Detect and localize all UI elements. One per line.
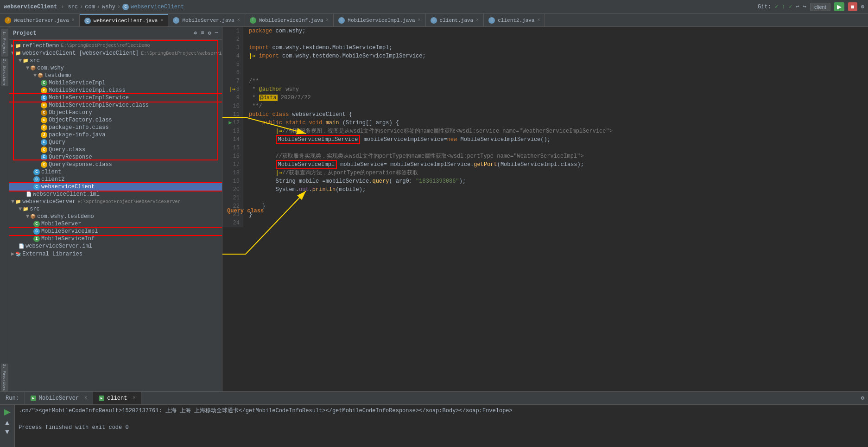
tree-item-packageinfo-java[interactable]: J package-info.java [9, 131, 222, 139]
code-line-19: String mobile =mobileService.query( arg0… [249, 177, 868, 185]
tree-item-webserviceclient-project[interactable]: ▼ 📁 webserviceClient [webserviceClient] … [9, 50, 222, 57]
tree-item-src2[interactable]: ▼ 📁 src [9, 205, 222, 213]
tab-icon-client: C [431, 17, 437, 24]
sidebar-header-icons: ⊕ ≡ ⚙ — [194, 30, 218, 37]
editor: 1 2 3 4 5 6 7 |⇒8 9 10 11 ▶12 13 14 15 1… [222, 27, 868, 391]
tree-item-reflectdemo[interactable]: ▶ 📁 reflectDemo E:\SpringBootProject\ref… [9, 42, 222, 50]
code-line-6 [249, 69, 868, 77]
tree-item-mobileserviceinf-wss[interactable]: I MobileServiceInf [9, 235, 222, 243]
file-icon-objectfactory: C [41, 109, 47, 116]
file-icon-mobileserviceimpl-class: c [41, 87, 47, 94]
tree-item-mobileserver-wss[interactable]: C MobileServer [9, 220, 222, 228]
sync-icon[interactable]: ⊕ [194, 30, 197, 37]
tab-client2[interactable]: C client2.java × [484, 14, 545, 26]
tree-item-client2[interactable]: C client2 [9, 176, 222, 183]
vtab-favorites[interactable]: 2: Favorites [1, 364, 8, 391]
tree-label-query-class: Query.class [49, 147, 85, 153]
app-title: webserviceClient [4, 4, 57, 10]
tree-label-client: client [41, 169, 61, 175]
tree-item-mobileserviceimpl-wsc[interactable]: C MobileServiceImpl [9, 79, 222, 87]
run-button[interactable]: ▶ [834, 2, 844, 11]
bottom-tab-close-client[interactable]: × [133, 396, 135, 401]
tree-item-mobileserviceimplservice-class[interactable]: c MobileServiceImplService.class [9, 102, 222, 109]
tree-label-webserviceclient-selected: webserviceClient [41, 184, 95, 190]
vtab-structure[interactable]: Z: Structure [1, 58, 8, 86]
bottom-settings-icon[interactable]: ⚙ [857, 392, 868, 404]
code-line-11: public class webserviceClient { [249, 110, 868, 119]
bottom-tab-close-mobileserver[interactable]: × [84, 396, 87, 401]
file-icon-mobileserviceimplservice: C [41, 95, 47, 101]
code-line-7: /** [249, 77, 868, 85]
scroll-down-button[interactable]: ▼ [4, 428, 11, 435]
tab-label-client2: client2.java [498, 18, 534, 23]
close-sidebar-icon[interactable]: — [215, 30, 218, 37]
tab-close-mobileserviceinf[interactable]: × [326, 18, 329, 23]
settings-icon[interactable]: ⚙ [861, 3, 864, 10]
bc-sep3: › [117, 4, 120, 10]
bottom-tabs: Run: ▶ MobileServer × ▶ client × ⚙ [0, 392, 868, 405]
code-line-3: import com.wshy.testdemo.MobileServiceIm… [249, 44, 868, 52]
tab-close-mobileserver[interactable]: × [237, 18, 240, 23]
tree-item-comwshy[interactable]: ▼ 📦 com.wshy [9, 64, 222, 72]
tab-close-weatherserver[interactable]: × [72, 18, 75, 23]
tree-item-external-libraries[interactable]: ▶ 📚 External Libraries [9, 250, 222, 258]
stop-button[interactable]: ■ [848, 2, 857, 11]
tree-item-webserviceclient-selected[interactable]: C webserviceClient [9, 183, 222, 191]
tree-item-packageinfo-class[interactable]: c package-info.class [9, 124, 222, 131]
tree-label-comwshy: com.wshy [37, 65, 64, 71]
tree-label-comwshytestdemo: com.wshy.testdemo [37, 213, 94, 220]
tree-label-mobileserviceimplservice: MobileServiceImplService [49, 95, 129, 101]
bottom-output: .cn/"><getMobileCodeInfoResult>152021377… [15, 405, 868, 447]
tree-item-mobileserviceimplservice[interactable]: C MobileServiceImplService [9, 94, 222, 102]
tree-item-webserviceserver-project[interactable]: ▼ 📁 webserviceServer E:\SpringBootProjec… [9, 198, 222, 205]
tree-item-comwshytestdemo[interactable]: ▼ 📦 com.wshy.testdemo [9, 213, 222, 220]
bottom-tab-client[interactable]: ▶ client × [93, 392, 141, 404]
tree-item-query[interactable]: C Query [9, 139, 222, 146]
tab-close-mobileserviceimpl[interactable]: × [418, 18, 421, 23]
redo-icon[interactable]: ↪ [803, 3, 806, 10]
tree-label-src2: src [30, 206, 40, 212]
tree-item-webserviceserver-iml[interactable]: 📄 webserviceServer.iml [9, 243, 222, 250]
tree-item-mobileserviceimpl-class[interactable]: c MobileServiceImpl.class [9, 87, 222, 94]
tree-label-mobileserviceimpl-class: MobileServiceImpl.class [49, 87, 126, 94]
tab-mobileserviceimpl[interactable]: C MobileServiceImpl.java × [334, 14, 425, 26]
tree-item-objectfactory-class[interactable]: c ObjectFactory.class [9, 116, 222, 124]
settings-sidebar-icon[interactable]: ⚙ [208, 30, 211, 37]
vtab-project[interactable]: 1: Project [1, 29, 8, 57]
undo-icon[interactable]: ↩ [796, 3, 799, 10]
sidebar-content[interactable]: ▶ 📁 reflectDemo E:\SpringBootProject\ref… [9, 40, 222, 391]
tab-close-client2[interactable]: × [537, 18, 540, 23]
tree-path-wss: E:\SpringBootProject\webserviceServer [77, 199, 180, 204]
bottom-tab-mobileserver[interactable]: ▶ MobileServer × [25, 392, 93, 404]
tab-close-webserviceclient[interactable]: × [160, 18, 163, 23]
editor-content[interactable]: 1 2 3 4 5 6 7 |⇒8 9 10 11 ▶12 13 14 15 1… [222, 27, 868, 391]
tab-mobileserver[interactable]: C MobileServer.java × [168, 14, 245, 26]
tree-item-webserviceclient-iml[interactable]: 📄 webserviceClient.iml [9, 191, 222, 198]
collapse-icon[interactable]: ≡ [201, 30, 204, 37]
code-line-1: package com.wshy; [249, 27, 868, 35]
tree-label-reflectdemo: reflectDemo [22, 43, 59, 49]
run-again-button[interactable]: ▶ [4, 407, 11, 417]
file-icon-objectfactory-class: c [41, 117, 47, 123]
tab-mobileserviceinf[interactable]: I MobileServiceInf.java × [245, 14, 334, 26]
tree-item-objectfactory[interactable]: C ObjectFactory [9, 109, 222, 116]
tab-webserviceclient[interactable]: C webserviceClient.java × [80, 14, 169, 26]
top-bar: webserviceClient › src › com › wshy › C … [0, 0, 868, 14]
tree-label-client2: client2 [41, 176, 64, 183]
tab-client[interactable]: C client.java × [426, 14, 484, 26]
file-icon-packageinfo-java: J [41, 132, 47, 138]
code-line-17: MobileServiceImpl mobileService= mobileS… [249, 160, 868, 169]
tree-item-src1[interactable]: ▼ 📁 src [9, 57, 222, 64]
bc-sep1: › [80, 4, 83, 10]
scroll-up-button[interactable]: ▲ [4, 419, 11, 426]
tab-close-client[interactable]: × [476, 18, 479, 23]
tab-weatherserver[interactable]: J WeatherServer.java × [0, 14, 80, 26]
tree-item-queryresponse-class[interactable]: c QueryResponse.class [9, 161, 222, 168]
tree-item-queryresponse[interactable]: C QueryResponse [9, 153, 222, 161]
tree-item-client[interactable]: C client [9, 168, 222, 176]
tree-item-query-class[interactable]: c Query.class [9, 146, 222, 153]
tree-item-testdemo[interactable]: ▼ 📦 testdemo [9, 72, 222, 79]
tree-item-mobileserviceimpl-wss[interactable]: C MobileServiceImpl [9, 228, 222, 235]
tree-label-mobileserviceinf-wss: MobileServiceInf [41, 236, 95, 242]
branch-button[interactable]: client [810, 3, 830, 11]
